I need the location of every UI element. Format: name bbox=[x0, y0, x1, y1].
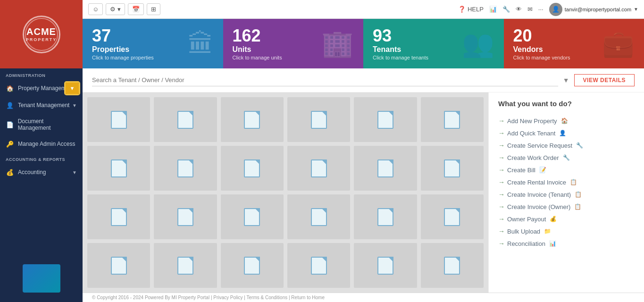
stat-card-properties[interactable]: 37 Properties Click to manage properties… bbox=[83, 19, 223, 68]
tenant-management-label: Tenant Management bbox=[18, 102, 69, 109]
grid-cell bbox=[221, 97, 284, 142]
units-num: 162 bbox=[233, 27, 282, 44]
sidebar-logo[interactable]: ACME PROPERTY bbox=[0, 0, 83, 68]
action-create-bill[interactable]: → Create Bill 📝 bbox=[498, 164, 635, 176]
grid-cell bbox=[287, 97, 350, 142]
action-label: Reconciliation bbox=[507, 240, 545, 247]
action-label: Create Bill bbox=[507, 167, 535, 174]
help-link[interactable]: ❓ HELP bbox=[458, 6, 484, 13]
action-icon: 📊 bbox=[549, 240, 556, 247]
sidebar-item-document-management[interactable]: 📄 Document Management bbox=[0, 114, 83, 135]
action-create-rental-invoice[interactable]: → Create Rental Invoice 📋 bbox=[498, 176, 635, 188]
tenants-label: Tenants bbox=[373, 45, 428, 54]
logo-sub: PROPERTY bbox=[26, 37, 57, 42]
doc-icon bbox=[111, 208, 127, 226]
action-icon: 📁 bbox=[544, 228, 551, 235]
chart-icon[interactable]: 📊 bbox=[489, 6, 497, 13]
search-input[interactable] bbox=[92, 74, 558, 86]
grid-cell bbox=[354, 243, 417, 288]
sidebar-item-tenant-management[interactable]: 👤 Tenant Management ▼ bbox=[0, 97, 83, 114]
manage-admin-label: Manage Admin Access bbox=[18, 141, 75, 147]
doc-icon bbox=[244, 159, 260, 177]
content-area: What you want to do? → Add New Property … bbox=[83, 92, 644, 293]
doc-icon bbox=[244, 257, 260, 275]
action-icon: 📋 bbox=[574, 203, 581, 210]
arrow-icon: → bbox=[498, 215, 505, 223]
document-management-icon: 📄 bbox=[6, 120, 14, 129]
stat-card-vendors[interactable]: 20 Vendors Click to manage vendors 💼 bbox=[504, 19, 644, 68]
action-create-invoice-owner[interactable]: → Create Invoice (Owner) 📋 bbox=[498, 201, 635, 213]
doc-icon bbox=[177, 111, 193, 129]
logo-name: ACME bbox=[26, 26, 56, 37]
sidebar-bottom bbox=[0, 260, 83, 302]
action-bulk-upload[interactable]: → Bulk Upload 📁 bbox=[498, 225, 635, 237]
action-label: Create Work Order bbox=[507, 154, 559, 161]
doc-icon bbox=[377, 159, 393, 177]
property-management-dropdown-btn[interactable]: ▼ bbox=[66, 83, 79, 94]
tenants-sublabel: Click to manage tenants bbox=[373, 55, 428, 60]
eye-icon[interactable]: 👁 bbox=[516, 6, 522, 13]
right-panel: What you want to do? → Add New Property … bbox=[488, 92, 644, 293]
grid-cell bbox=[287, 194, 350, 239]
vendors-sublabel: Click to manage vendors bbox=[513, 55, 570, 60]
action-create-service-request[interactable]: → Create Service Request 🔧 bbox=[498, 139, 635, 151]
action-reconciliation[interactable]: → Reconciliation 📊 bbox=[498, 237, 635, 250]
calendar-btn[interactable]: 📅 bbox=[128, 3, 144, 15]
stat-card-units[interactable]: 162 Units Click to manage units 🏢 bbox=[223, 19, 364, 68]
doc-icon bbox=[377, 208, 393, 226]
grid-cell bbox=[421, 146, 484, 191]
doc-icon bbox=[444, 257, 460, 275]
action-create-work-order[interactable]: → Create Work Order 🔧 bbox=[498, 151, 635, 164]
vendors-num: 20 bbox=[513, 27, 570, 44]
doc-icon bbox=[377, 111, 393, 129]
action-add-new-property[interactable]: → Add New Property 🏠 bbox=[498, 115, 635, 127]
sidebar-item-manage-admin-access[interactable]: 🔑 Manage Admin Access bbox=[0, 135, 83, 152]
action-icon: 🏠 bbox=[561, 117, 568, 124]
toolbar-right: ❓ HELP 📊 🔧 👁 ✉ ··· 👤 tanvir@mipropertypo… bbox=[458, 3, 638, 16]
user-info[interactable]: 👤 tanvir@mipropertyportal.com ▼ bbox=[549, 3, 638, 16]
doc-icon bbox=[311, 111, 327, 129]
action-owner-payout[interactable]: → Owner Payout 💰 bbox=[498, 213, 635, 225]
property-management-icon: 🏠 bbox=[6, 84, 14, 92]
tenants-num: 93 bbox=[373, 27, 428, 44]
action-label: Create Rental Invoice bbox=[507, 179, 566, 186]
grid-cell bbox=[421, 97, 484, 142]
more-icon[interactable]: ··· bbox=[538, 6, 544, 13]
grid-btn[interactable]: ⊞ bbox=[147, 3, 160, 15]
sidebar-item-accounting[interactable]: 💰 Accounting ▼ bbox=[0, 164, 83, 181]
properties-icon: 🏛 bbox=[188, 29, 214, 59]
help-icon: ❓ bbox=[458, 6, 466, 13]
help-label: HELP bbox=[468, 6, 484, 13]
sidebar-item-property-management[interactable]: 🏠 Property Management ▼ bbox=[0, 80, 83, 97]
footer: © Copyright 2016 - 2024 Powered By MI Pr… bbox=[83, 293, 644, 302]
doc-icon bbox=[444, 159, 460, 177]
action-create-invoice-tenant[interactable]: → Create Invoice (Tenant) 📋 bbox=[498, 188, 635, 201]
stat-card-tenants[interactable]: 93 Tenants Click to manage tenants 👥 bbox=[363, 19, 504, 68]
user-name: tanvir@mipropertyportal.com bbox=[565, 7, 631, 12]
tenants-icon: 👥 bbox=[462, 28, 494, 59]
action-label: Add New Property bbox=[507, 117, 557, 125]
settings-btn[interactable]: ⚙ ▾ bbox=[106, 3, 125, 15]
face-btn[interactable]: ☺ bbox=[88, 3, 103, 15]
action-add-quick-tenant[interactable]: → Add Quick Tenant 👤 bbox=[498, 127, 635, 139]
mail-icon[interactable]: ✉ bbox=[527, 6, 533, 13]
search-dropdown-arrow[interactable]: ▼ bbox=[563, 76, 569, 84]
doc-icon bbox=[244, 208, 260, 226]
accounting-section-label: ACCOUNTING & REPORTS bbox=[0, 152, 83, 164]
arrow-icon: → bbox=[498, 166, 505, 174]
vendors-icon: 💼 bbox=[602, 28, 635, 59]
stat-text-units: 162 Units Click to manage units bbox=[233, 27, 282, 60]
logo-circle: ACME PROPERTY bbox=[23, 16, 60, 53]
grid-cell bbox=[221, 194, 284, 239]
units-label: Units bbox=[233, 45, 282, 54]
grid-cell bbox=[354, 97, 417, 142]
properties-sublabel: Click to manage properties bbox=[92, 55, 154, 60]
sidebar-widget bbox=[23, 264, 60, 293]
action-label: Create Invoice (Owner) bbox=[507, 203, 570, 210]
doc-icon bbox=[311, 208, 327, 226]
view-details-button[interactable]: VIEW DETAILS bbox=[574, 74, 635, 86]
tenant-management-chevron: ▼ bbox=[72, 103, 77, 108]
wrench-icon[interactable]: 🔧 bbox=[502, 6, 510, 13]
manage-admin-icon: 🔑 bbox=[6, 140, 14, 148]
main-content: ☺ ⚙ ▾ 📅 ⊞ ❓ HELP 📊 🔧 👁 ✉ ··· 👤 tanvir@mi… bbox=[83, 0, 644, 302]
